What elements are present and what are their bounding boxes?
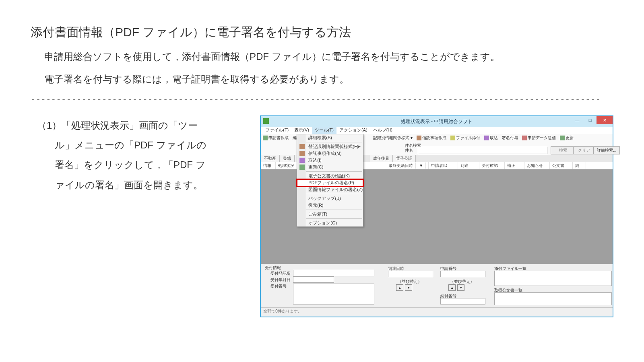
tab-realestate[interactable]: 不動産: [261, 155, 280, 162]
lbl-sort2: （並び替え）: [450, 279, 474, 284]
mi-refresh[interactable]: 更新(C): [297, 164, 363, 171]
tab-notary[interactable]: 電子公証: [393, 155, 416, 162]
adv-search-button[interactable]: 詳細検索...: [593, 146, 620, 154]
sort2-up[interactable]: ▲: [448, 284, 456, 291]
mi-backup[interactable]: バックアップ(B): [297, 195, 363, 202]
step-line2: ル」メニューの「PDF ファイルの: [37, 135, 236, 155]
recv-group: 受付情報: [265, 265, 281, 271]
sort1-down[interactable]: ▼: [405, 284, 412, 291]
tb-trust[interactable]: 信託事項作成: [415, 135, 448, 141]
tb-sign[interactable]: 署名付与: [500, 135, 520, 141]
mi-options[interactable]: オプション(O): [297, 220, 363, 226]
menu-file[interactable]: ファイル(F): [262, 127, 291, 134]
mi-restore[interactable]: 復元(R): [297, 202, 363, 209]
trust-icon: [417, 136, 421, 140]
mi-pdf-sign[interactable]: PDFファイルの署名(P): [297, 179, 363, 186]
field-number[interactable]: [293, 284, 374, 304]
app-window: 処理状況表示 - 申請用総合ソフト — □ ✕ ファイル(F) 表示(V) ツー…: [260, 115, 613, 317]
field-pubdoc[interactable]: [494, 292, 612, 305]
col-appid[interactable]: 申請者ID: [429, 162, 458, 169]
field-date[interactable]: [293, 276, 334, 283]
col-amend[interactable]: 補正: [505, 162, 524, 169]
maximize-button[interactable]: □: [584, 116, 597, 124]
lbl-date: 受付年月日: [270, 277, 291, 283]
search-button[interactable]: 検索: [551, 146, 576, 154]
mi-verify[interactable]: 電子公文書の検証(K): [297, 173, 363, 179]
statusbar: 全部で0件あります。: [261, 307, 613, 317]
doc-title: 添付書面情報（PDF ファイル）に電子署名を付与する方法: [31, 24, 613, 41]
tab-register[interactable]: 登録: [280, 155, 295, 162]
mi-advsearch[interactable]: 詳細検索(S): [297, 134, 363, 141]
tool-menu-dropdown: 詳細検索(S) 登記識別情報関係様式(F)▶ 信託事項作成(M) 取込(I) 更…: [297, 134, 363, 227]
mi-trust[interactable]: 信託事項作成(M): [297, 150, 363, 157]
tb-attach[interactable]: ファイル添付: [448, 135, 482, 141]
step-1-text: （1）「処理状況表示」画面の「ツー ル」メニューの「PDF ファイルの 署名」を…: [37, 115, 236, 195]
sort1-up[interactable]: ▲: [396, 284, 403, 291]
field-office[interactable]: [293, 270, 374, 276]
menu-action[interactable]: アクション(A): [336, 127, 370, 134]
close-button[interactable]: ✕: [597, 116, 613, 124]
tb-create[interactable]: 申請書作成: [261, 135, 291, 141]
idformat-icon: [299, 144, 305, 149]
tb-send[interactable]: 申請データ送信: [520, 135, 558, 141]
window-title: 処理状況表示 - 申請用総合ソフト: [261, 118, 613, 125]
field-arrive[interactable]: [388, 271, 433, 277]
search-input[interactable]: [418, 147, 547, 154]
step-line1: （1）「処理状況表示」画面の「ツー: [37, 120, 198, 131]
refresh-icon: [560, 136, 565, 140]
step-line3: 署名」をクリックして，「PDF フ: [37, 155, 236, 175]
col-doc[interactable]: 公文書: [550, 162, 573, 169]
col-arrive[interactable]: 到達: [458, 162, 479, 169]
lbl-sort1: （並び替え）: [398, 279, 422, 284]
col-notice[interactable]: お知らせ: [524, 162, 550, 169]
doc-para-2: 電子署名を付与する際には，電子証明書を取得する必要があります。: [44, 72, 613, 86]
sort2-down[interactable]: ▼: [457, 284, 464, 291]
minimize-button[interactable]: —: [571, 116, 584, 124]
menu-help[interactable]: ヘルプ(H): [370, 127, 395, 134]
field-attach[interactable]: [494, 271, 612, 286]
tb-refresh[interactable]: 更新: [558, 135, 576, 141]
submenu-arrow-icon: ▶: [358, 144, 361, 148]
field-payno[interactable]: [440, 298, 485, 304]
clear-button[interactable]: クリア: [573, 146, 595, 154]
step-line4: ァイルの署名」画面を開きます。: [37, 175, 236, 195]
refresh-menu-icon: [299, 165, 305, 170]
divider: ----------------------------------------…: [31, 95, 613, 104]
send-icon: [522, 136, 527, 140]
tb-import[interactable]: 取込: [482, 135, 500, 141]
titlebar: 処理状況表示 - 申請用総合ソフト — □ ✕: [261, 116, 613, 127]
tb-idformat[interactable]: 記識別情報関係様式 ▾: [371, 135, 415, 141]
col-info[interactable]: 情報: [261, 162, 276, 169]
mi-drawing-sign[interactable]: 図面情報ファイルの署名(Z): [297, 186, 363, 193]
col-confirm[interactable]: 受付確認: [479, 162, 505, 169]
tab-guardian[interactable]: 成年後見: [370, 155, 393, 162]
field-appno[interactable]: [440, 271, 485, 277]
bottom-panel: 受付情報 受付登記所 受付年月日 受付番号 到達日時 （並び替え） ▲ ▼ 申請…: [261, 264, 613, 309]
menu-view[interactable]: 表示(V): [291, 127, 312, 134]
lbl-number: 受付番号: [270, 284, 287, 289]
mi-idformat[interactable]: 登記識別情報関係様式(F)▶: [297, 143, 363, 150]
import-menu-icon: [299, 158, 305, 163]
create-icon: [263, 136, 268, 140]
lbl-office: 受付登記所: [270, 271, 291, 276]
attach-icon: [450, 136, 455, 140]
trust-menu-icon: [299, 151, 305, 156]
search-field-label: 件名: [405, 148, 413, 153]
col-pay[interactable]: 納: [573, 162, 586, 169]
menubar: ファイル(F) 表示(V) ツール(T) アクション(A) ヘルプ(H): [261, 127, 613, 134]
import-icon: [484, 136, 489, 140]
mi-trash[interactable]: ごみ箱(T): [297, 211, 363, 218]
doc-para-1: 申請用総合ソフトを使用して，添付書面情報（PDF ファイル）に電子署名を付与する…: [44, 49, 613, 64]
menu-tool[interactable]: ツール(T): [312, 127, 336, 134]
mi-import[interactable]: 取込(I): [297, 157, 363, 164]
